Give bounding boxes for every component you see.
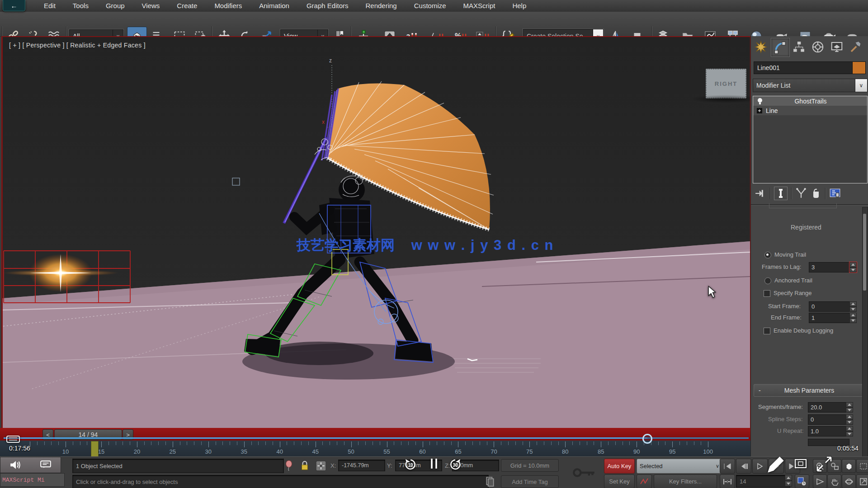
menu-item-rendering[interactable]: Rendering (357, 0, 405, 12)
spinner-up-icon[interactable] (785, 475, 792, 481)
menu-item-tools[interactable]: Tools (64, 0, 97, 12)
spinner-up-icon[interactable] (846, 414, 853, 420)
video-back-button[interactable]: ← (3, 0, 25, 11)
object-name-field[interactable]: Line001 (754, 61, 857, 74)
spline-steps-field[interactable]: 0 (808, 414, 849, 425)
menu-item-group[interactable]: Group (97, 0, 133, 12)
zoom-region-button[interactable] (856, 459, 868, 473)
specify-range-checkbox[interactable] (764, 290, 770, 297)
balloon-help-icon[interactable] (285, 460, 293, 471)
video-pause-overlay[interactable] (430, 458, 438, 469)
tab-create[interactable] (752, 38, 770, 56)
object-color-swatch[interactable] (852, 61, 866, 74)
frames-to-lag-field[interactable]: 3 (809, 262, 853, 272)
go-to-start-button[interactable] (720, 459, 735, 474)
field-of-view-button[interactable] (813, 474, 827, 488)
panel-scrollbar[interactable] (862, 207, 868, 457)
video-rewind-overlay[interactable]: 10 (404, 458, 417, 471)
show-end-result-icon[interactable] (774, 187, 788, 200)
start-frame-field[interactable]: 0 (809, 301, 853, 312)
current-frame-field[interactable]: 14 (736, 475, 790, 488)
frames-to-lag-spinner[interactable] (849, 262, 857, 272)
x-coord-field[interactable]: -1745.79m (338, 460, 385, 471)
orbit-button[interactable] (842, 474, 856, 488)
video-progress-remaining[interactable] (647, 437, 749, 439)
pan-view-button[interactable] (827, 474, 841, 488)
menu-item-views[interactable]: Views (133, 0, 169, 12)
add-time-tag[interactable]: Add Time Tag (501, 475, 559, 488)
expand-plus-icon[interactable] (757, 108, 762, 113)
prompt-macro-icon[interactable] (40, 460, 52, 470)
spinner-down-icon[interactable] (849, 307, 857, 312)
pin-stack-icon[interactable] (755, 188, 766, 198)
spinner-up-icon[interactable] (849, 313, 857, 318)
tab-hierarchy[interactable] (790, 38, 808, 56)
track-bar[interactable]: 101520253035404550556065707580859095100 (0, 441, 750, 456)
menu-item-animation[interactable]: Animation (250, 0, 298, 12)
selection-lock-icon[interactable] (300, 460, 309, 471)
previous-frame-button[interactable] (736, 459, 751, 474)
set-keys-icon[interactable] (572, 467, 596, 479)
maximize-viewport-button[interactable] (856, 474, 868, 488)
time-configuration-button[interactable] (795, 474, 809, 488)
stack-item-line[interactable]: Line (753, 106, 867, 115)
u-repeat-field[interactable]: 1.0 (808, 426, 849, 436)
auto-key-button[interactable]: Auto Key (604, 459, 635, 474)
spinner-up-icon[interactable] (846, 402, 853, 408)
start-frame-spinner[interactable] (849, 301, 857, 312)
current-frame-marker[interactable] (91, 441, 99, 457)
menu-item-maxscript[interactable]: MAXScript (455, 0, 504, 12)
spinner-up-icon[interactable] (846, 426, 853, 432)
current-frame-spinner[interactable] (785, 475, 792, 487)
menu-item-customize[interactable]: Customize (406, 0, 455, 12)
resize-arrows-overlay[interactable] (816, 456, 832, 472)
panel-scrollbar-thumb[interactable] (863, 214, 866, 291)
segments-frame-spinner[interactable] (846, 402, 853, 413)
spinner-down-icon[interactable] (846, 432, 853, 437)
lightbulb-icon[interactable] (757, 98, 763, 105)
key-mode-toggle-button[interactable] (720, 474, 735, 488)
segments-frame-field[interactable]: 20.0 (808, 402, 849, 413)
set-key-button[interactable]: Set Key (604, 474, 635, 488)
perspective-viewport[interactable]: z x (1, 36, 752, 429)
spinner-down-icon[interactable] (785, 481, 792, 487)
anchored-trail-radio[interactable] (764, 277, 771, 284)
spinner-up-icon[interactable] (849, 301, 857, 307)
maxscript-mini-listener[interactable]: MAXScript Mi (0, 473, 65, 487)
video-forward-overlay[interactable]: 30 (448, 458, 462, 471)
tab-display[interactable] (828, 38, 846, 56)
stack-item-ghosttrails[interactable]: GhostTrails (753, 96, 867, 106)
tab-modify[interactable] (771, 38, 790, 57)
end-frame-spinner[interactable] (849, 313, 857, 323)
menu-item-modifiers[interactable]: Modifiers (206, 0, 250, 12)
spinner-up-icon[interactable] (849, 262, 857, 267)
menu-item-edit[interactable]: Edit (35, 0, 64, 12)
viewport-label[interactable]: [ + ] [ Perspective ] [ Realistic + Edge… (9, 42, 146, 49)
moving-trail-radio[interactable] (764, 252, 771, 258)
menu-item-graph-editors[interactable]: Graph Editors (298, 0, 357, 12)
spinner-down-icon[interactable] (849, 267, 857, 273)
absolute-offset-toggle-icon[interactable] (316, 460, 326, 471)
key-mode-dropdown[interactable]: Selected ∨ (637, 459, 722, 474)
tab-utilities[interactable] (847, 38, 865, 56)
menu-item-help[interactable]: Help (504, 0, 535, 12)
spinner-down-icon[interactable] (849, 318, 857, 324)
tab-motion[interactable] (809, 38, 827, 56)
spinner-down-icon[interactable] (846, 408, 853, 413)
remove-modifier-icon[interactable] (811, 188, 821, 199)
u-repeat-spinner[interactable] (846, 426, 853, 436)
spinner-down-icon[interactable] (846, 420, 853, 425)
menu-item-create[interactable]: Create (168, 0, 206, 12)
end-frame-field[interactable]: 1 (809, 313, 853, 323)
key-filters-button[interactable]: Key Filters... (654, 474, 717, 488)
screen-frame-overlay[interactable] (795, 459, 807, 468)
time-tag-clipboard-icon[interactable] (486, 476, 495, 487)
modifier-list-dropdown[interactable]: Modifier List ∨ (753, 79, 868, 92)
video-scrubber-handle[interactable] (642, 434, 652, 444)
make-unique-icon[interactable] (795, 188, 807, 199)
collapse-icon[interactable]: - (759, 387, 765, 394)
new-key-default-in-out-icon[interactable] (637, 474, 652, 488)
enable-debug-logging-checkbox[interactable] (764, 328, 770, 334)
speaker-icon[interactable] (9, 460, 21, 470)
video-progress-played[interactable] (4, 437, 647, 439)
